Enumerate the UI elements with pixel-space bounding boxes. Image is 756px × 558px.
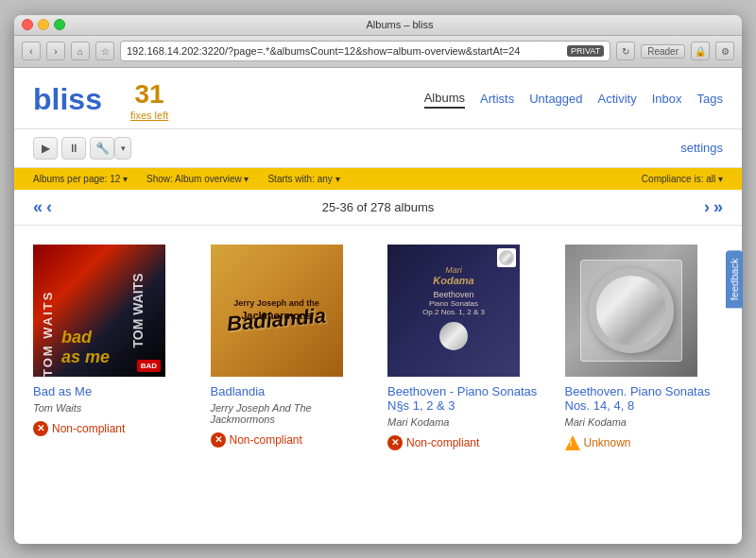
browser-toolbar: ‹ › ⌂ ☆ 192.168.14.202:3220/?page=.*&alb… (14, 36, 742, 68)
albums-per-page-dropdown[interactable]: Albums per page: 12 ▾ (33, 174, 128, 184)
page-content: bliss 31 fixes left Albums Artists Untag… (14, 68, 742, 544)
site-logo[interactable]: bliss (33, 82, 102, 117)
first-page-button[interactable]: « (33, 197, 43, 217)
album-item: Beethoven. Piano Sonatas Nos. 14, 4, 8 M… (565, 245, 724, 450)
nav-albums[interactable]: Albums (424, 91, 465, 109)
show-label: Show: Album overview ▾ (146, 174, 249, 184)
album-item: Jerry Joseph and the Jackmormons Badiand… (211, 245, 369, 450)
nav-artists[interactable]: Artists (480, 92, 514, 108)
tools-button[interactable]: ⚙ (715, 42, 734, 60)
albums-per-page-label: Albums per page: 12 ▾ (33, 174, 128, 184)
nav-inbox[interactable]: Inbox (652, 92, 682, 108)
address-bar[interactable]: 192.168.14.202:3220/?page=.*&albumsCount… (120, 41, 610, 61)
bookmark-button[interactable]: ☆ (95, 42, 114, 60)
filter-bar: Albums per page: 12 ▾ Show: Album overvi… (14, 168, 742, 190)
wrench-dropdown[interactable]: ▾ (114, 137, 131, 160)
warning-icon: ! (565, 435, 580, 450)
prev-page-button[interactable]: ‹ (46, 197, 52, 217)
starts-with-label: Starts with: any ▾ (267, 174, 339, 184)
traffic-lights (22, 19, 65, 30)
play-button[interactable]: ▶ (33, 137, 58, 160)
page-nav-right: › » (704, 197, 723, 217)
compliance-badge: ! Unknown (565, 435, 724, 450)
compliance-label: Non-compliant (406, 436, 479, 449)
album-title[interactable]: Bad as Me (33, 384, 192, 398)
album-item: TOM WAITS BAD badas me Bad as Me Tom Wai… (33, 245, 192, 450)
nav-links: Albums Artists Untagged Activity Inbox T… (197, 91, 723, 109)
reload-button[interactable]: ↻ (616, 42, 635, 60)
title-bar: Albums – bliss (14, 15, 742, 36)
nav-tags[interactable]: Tags (697, 92, 723, 108)
error-icon: ✕ (33, 421, 48, 436)
next-page-button[interactable]: › (704, 197, 710, 217)
compliance-label: Non-compliant (230, 433, 302, 447)
album-artist: Mari Kodama (387, 416, 546, 428)
lock-button[interactable]: 🔒 (691, 42, 710, 60)
last-page-button[interactable]: » (713, 197, 723, 217)
fixes-number: 31 (135, 79, 164, 110)
show-dropdown[interactable]: Show: Album overview ▾ (146, 174, 249, 184)
page-info: 25-36 of 278 albums (322, 200, 435, 214)
controls-row: ▶ ⏸ 🔧 ▾ settings (14, 129, 742, 168)
compliance-badge: ✕ Non-compliant (387, 435, 546, 450)
album-title[interactable]: Beethoven. Piano Sonatas Nos. 14, 4, 8 (565, 384, 724, 413)
nav-untagged[interactable]: Untagged (529, 92, 582, 108)
album-artist: Tom Waits (33, 402, 192, 414)
compliance-label: Non-compliant (52, 422, 125, 435)
compliance-label: Unknown (584, 436, 631, 449)
album-artist: Mari Kodama (565, 416, 724, 428)
minimize-button[interactable] (38, 19, 49, 30)
privat-badge: PRIVAT (567, 45, 604, 57)
forward-button[interactable]: › (46, 42, 65, 60)
window-title: Albums – bliss (65, 19, 734, 30)
maximize-button[interactable] (54, 19, 65, 30)
nav-activity[interactable]: Activity (598, 92, 637, 108)
wrench-button[interactable]: 🔧 (90, 137, 114, 160)
back-button[interactable]: ‹ (22, 42, 41, 60)
fixes-label[interactable]: fixes left (130, 110, 168, 121)
feedback-tab[interactable]: feedback (726, 250, 743, 308)
compliance-badge: ✕ Non-compliant (211, 432, 369, 448)
album-cover[interactable]: TOM WAITS BAD badas me (33, 245, 165, 377)
album-title[interactable]: Beethoven - Piano Sonatas N§s 1, 2 & 3 (387, 384, 546, 413)
error-icon: ✕ (211, 432, 226, 448)
pagination-row: « ‹ 25-36 of 278 albums › » (14, 190, 742, 226)
album-artist: Jerry Joseph And The Jackmormons (211, 402, 369, 425)
fixes-count: 31 fixes left (130, 79, 168, 121)
close-button[interactable] (22, 19, 33, 30)
album-cover[interactable]: Jerry Joseph and the Jackmormons Badiand… (211, 245, 343, 377)
albums-grid: TOM WAITS BAD badas me Bad as Me Tom Wai… (14, 226, 742, 469)
site-header: bliss 31 fixes left Albums Artists Untag… (14, 68, 742, 129)
album-item: Mari Kodama Beethoven Piano Sonatas Op.2… (387, 245, 546, 450)
page-nav-left: « ‹ (33, 197, 52, 217)
url-text: 192.168.14.202:3220/?page=.*&albumsCount… (127, 45, 563, 57)
starts-with-dropdown[interactable]: Starts with: any ▾ (267, 174, 339, 184)
cd-case (580, 260, 682, 362)
compliance-label: Compliance is: all ▾ (642, 174, 723, 184)
compliance-dropdown[interactable]: Compliance is: all ▾ (642, 174, 723, 184)
album-badge: BAD (137, 360, 161, 372)
reader-button[interactable]: Reader (641, 44, 685, 59)
album-title[interactable]: Badlandia (211, 384, 369, 398)
pause-button[interactable]: ⏸ (61, 137, 86, 160)
error-icon: ✕ (387, 435, 403, 450)
compliance-badge: ✕ Non-compliant (33, 421, 192, 436)
album-cover[interactable]: Mari Kodama Beethoven Piano Sonatas Op.2… (387, 245, 520, 377)
home-button[interactable]: ⌂ (71, 42, 90, 60)
settings-link[interactable]: settings (680, 141, 723, 155)
cd-image (589, 268, 674, 353)
toolbar-buttons: ▶ ⏸ 🔧 ▾ (33, 137, 131, 160)
album-cover[interactable] (565, 245, 697, 377)
